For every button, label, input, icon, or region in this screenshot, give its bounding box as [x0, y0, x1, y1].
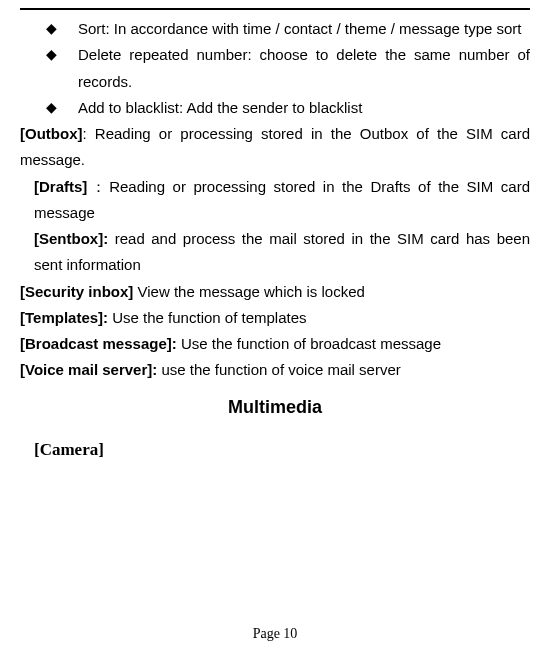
list-item: ◆ Add to blacklist: Add the sender to bl…: [20, 95, 530, 121]
list-item-text: Add to blacklist: Add the sender to blac…: [78, 99, 362, 116]
bullet-list: ◆ Sort: In accordance with time / contac…: [20, 16, 530, 121]
multimedia-heading: Multimedia: [20, 392, 530, 424]
voicemail-section: [Voice mail server]: use the function of…: [20, 357, 530, 383]
camera-heading: [Camera]: [20, 435, 530, 465]
outbox-section: [Outbox]: Reading or processing stored i…: [20, 121, 530, 174]
page-number: Page 10: [0, 622, 550, 647]
diamond-icon: ◆: [46, 95, 57, 120]
section-text: Reading or processing stored in the Outb…: [20, 125, 530, 168]
section-sep: ：: [87, 178, 109, 195]
section-label: [Templates]:: [20, 309, 108, 326]
sentbox-section: [Sentbox]: read and process the mail sto…: [20, 226, 530, 279]
list-item-text: Delete repeated number: choose to delete…: [78, 46, 530, 89]
section-label: [Drafts]: [34, 178, 87, 195]
security-section: [Security inbox] View the message which …: [20, 279, 530, 305]
section-label: [Voice mail server]:: [20, 361, 157, 378]
section-text: View the message which is locked: [138, 283, 365, 300]
section-label: [Outbox]: [20, 125, 82, 142]
diamond-icon: ◆: [46, 16, 57, 41]
list-item: ◆ Delete repeated number: choose to dele…: [20, 42, 530, 95]
section-text: Use the function of broadcast message: [181, 335, 441, 352]
broadcast-section: [Broadcast message]: Use the function of…: [20, 331, 530, 357]
diamond-icon: ◆: [46, 42, 57, 67]
top-divider: [20, 8, 530, 10]
section-label: [Sentbox]:: [34, 230, 108, 247]
section-text: Reading or processing stored in the Draf…: [34, 178, 530, 221]
list-item: ◆ Sort: In accordance with time / contac…: [20, 16, 530, 42]
templates-section: [Templates]: Use the function of templat…: [20, 305, 530, 331]
section-label: [Broadcast message]:: [20, 335, 177, 352]
section-label: [Security inbox]: [20, 283, 133, 300]
drafts-section: [Drafts]：Reading or processing stored in…: [20, 174, 530, 227]
section-text: Use the function of templates: [112, 309, 306, 326]
list-item-text: Sort: In accordance with time / contact …: [78, 20, 522, 37]
section-text: use the function of voice mail server: [161, 361, 400, 378]
section-sep: :: [82, 125, 94, 142]
document-page: ◆ Sort: In accordance with time / contac…: [0, 8, 550, 652]
